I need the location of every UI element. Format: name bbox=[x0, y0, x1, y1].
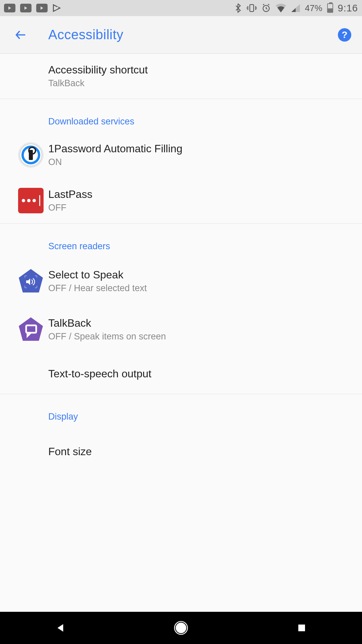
back-button[interactable] bbox=[11, 25, 31, 45]
wifi-icon bbox=[276, 4, 286, 12]
clock: 9:16 bbox=[338, 3, 358, 14]
page-title: Accessibility bbox=[48, 27, 123, 42]
youtube-notification-icon bbox=[20, 4, 32, 12]
row-title: TalkBack bbox=[48, 317, 166, 329]
svg-rect-0 bbox=[250, 5, 254, 12]
1password-icon bbox=[18, 142, 44, 168]
section-header-screen-readers: Screen readers bbox=[0, 224, 362, 257]
row-title: LastPass bbox=[48, 188, 93, 201]
navigation-bar bbox=[0, 612, 362, 644]
row-subtitle: OFF bbox=[48, 203, 93, 213]
status-indicators: 47% 9:16 bbox=[235, 3, 358, 14]
app-bar: Accessibility ? bbox=[0, 16, 362, 54]
svg-marker-7 bbox=[19, 317, 43, 341]
tts-output-row[interactable]: Text-to-speech output bbox=[0, 354, 362, 394]
section-header-display: Display bbox=[0, 394, 362, 427]
help-icon: ? bbox=[342, 30, 347, 40]
arrow-left-icon bbox=[14, 28, 27, 42]
svg-point-9 bbox=[176, 623, 186, 633]
service-1password-row[interactable]: 1Password Automatic Filling ON bbox=[0, 132, 362, 178]
battery-icon bbox=[327, 3, 333, 13]
status-notifications bbox=[4, 4, 61, 12]
settings-list[interactable]: Accessibility shortcut TalkBack Download… bbox=[0, 54, 362, 612]
row-title: 1Password Automatic Filling bbox=[48, 143, 182, 155]
status-bar: 47% 9:16 bbox=[0, 0, 362, 16]
select-to-speak-icon bbox=[17, 267, 45, 295]
row-subtitle: ON bbox=[48, 157, 182, 167]
triangle-back-icon bbox=[55, 622, 66, 634]
svg-marker-6 bbox=[19, 269, 43, 292]
circle-home-icon bbox=[174, 621, 188, 635]
youtube-notification-icon bbox=[4, 4, 15, 12]
row-title: Font size bbox=[48, 445, 92, 458]
battery-percentage: 47% bbox=[305, 3, 322, 13]
row-subtitle: OFF / Speak items on screen bbox=[48, 331, 166, 342]
lastpass-icon bbox=[18, 188, 44, 213]
square-recent-icon bbox=[297, 623, 307, 633]
bluetooth-icon bbox=[235, 3, 242, 13]
nav-recent-button[interactable] bbox=[282, 618, 322, 638]
alarm-icon bbox=[261, 3, 271, 13]
talkback-row[interactable]: TalkBack OFF / Speak items on screen bbox=[0, 305, 362, 354]
select-to-speak-row[interactable]: Select to Speak OFF / Hear selected text bbox=[0, 257, 362, 305]
row-subtitle: TalkBack bbox=[48, 78, 148, 89]
accessibility-shortcut-row[interactable]: Accessibility shortcut TalkBack bbox=[0, 54, 362, 99]
svg-rect-11 bbox=[298, 625, 305, 631]
row-subtitle: OFF / Hear selected text bbox=[48, 283, 147, 293]
youtube-notification-icon bbox=[36, 4, 48, 12]
nav-back-button[interactable] bbox=[40, 618, 80, 638]
nav-home-button[interactable] bbox=[161, 618, 201, 638]
vibrate-icon bbox=[247, 3, 257, 13]
cellular-signal-icon bbox=[291, 4, 300, 12]
section-header-downloaded: Downloaded services bbox=[0, 99, 362, 132]
row-title: Select to Speak bbox=[48, 269, 147, 281]
font-size-row[interactable]: Font size bbox=[0, 427, 362, 468]
row-title: Accessibility shortcut bbox=[48, 64, 148, 76]
service-lastpass-row[interactable]: LastPass OFF bbox=[0, 178, 362, 223]
help-button[interactable]: ? bbox=[338, 28, 351, 42]
play-store-notification-icon bbox=[52, 4, 61, 12]
talkback-icon bbox=[17, 315, 45, 343]
row-title: Text-to-speech output bbox=[48, 368, 152, 380]
